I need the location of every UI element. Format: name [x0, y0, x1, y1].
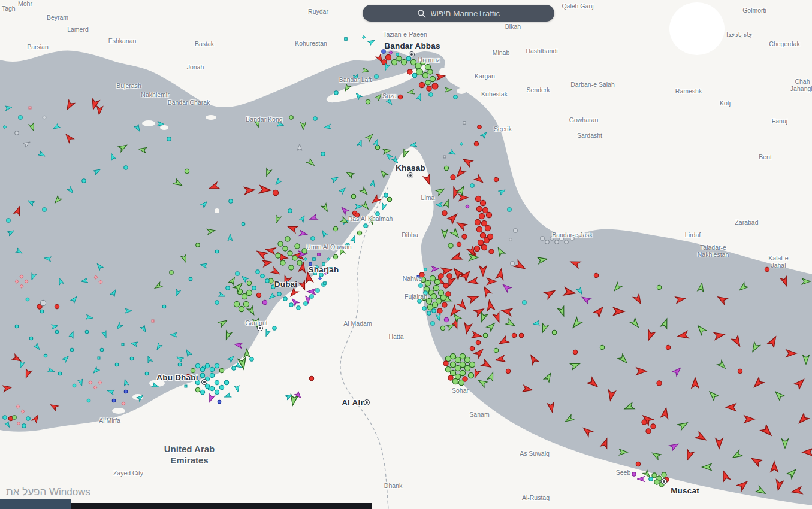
ship-marker-tanker-red[interactable]	[443, 361, 448, 366]
ship-marker-special-cyan[interactable]	[205, 384, 209, 388]
ship-marker-tanker-red[interactable]	[432, 83, 438, 89]
ship-marker-tanker-red[interactable]	[273, 190, 278, 195]
ship-marker-tanker-red[interactable]	[636, 462, 640, 466]
search-bar[interactable]: חיפוש MarineTraffic	[363, 5, 554, 22]
ship-marker-cargo-green[interactable]	[243, 301, 249, 307]
ship-marker-tanker-red[interactable]	[407, 69, 412, 74]
ship-marker-cargo-green[interactable]	[242, 293, 247, 299]
ship-marker-special-cyan[interactable]	[289, 303, 293, 307]
ship-marker-tanker-red[interactable]	[475, 219, 480, 225]
ship-marker-cargo-green[interactable]	[428, 69, 433, 74]
ship-marker-tanker-red[interactable]	[476, 206, 482, 211]
ship-marker-special-cyan[interactable]	[162, 305, 166, 308]
ship-marker-special-cyan[interactable]	[215, 390, 219, 394]
ship-marker-special-cyan[interactable]	[226, 286, 230, 290]
ship-marker-tanker-red[interactable]	[651, 424, 656, 429]
ship-marker-cargo-green[interactable]	[239, 306, 244, 311]
ship-marker-tanker-red[interactable]	[486, 212, 491, 217]
ship-marker-cargo-green[interactable]	[397, 56, 402, 61]
ship-marker-special-cyan[interactable]	[304, 302, 307, 305]
ship-marker-special-cyan[interactable]	[384, 193, 388, 197]
ship-marker-tanker-red[interactable]	[494, 177, 498, 181]
ship-marker-cargo-green[interactable]	[219, 368, 224, 372]
ship-marker-special-cyan[interactable]	[210, 367, 214, 371]
ship-marker-tanker-red[interactable]	[447, 274, 452, 278]
ship-marker-special-cyan[interactable]	[215, 250, 219, 253]
ship-marker-tanker-red[interactable]	[186, 374, 190, 378]
ship-marker-special-cyan[interactable]	[19, 116, 22, 119]
ship-marker-tanker-red[interactable]	[385, 54, 391, 60]
ship-marker-special-cyan[interactable]	[375, 75, 378, 78]
ship-marker-cargo-green[interactable]	[430, 275, 435, 281]
ship-marker-special-cyan[interactable]	[324, 282, 326, 284]
ship-marker-special-cyan[interactable]	[427, 311, 431, 315]
ship-marker-cargo-green[interactable]	[468, 372, 473, 378]
ship-marker-cargo-green[interactable]	[421, 60, 425, 65]
ship-marker-cargo-green[interactable]	[247, 281, 251, 285]
ship-marker-special-cyan[interactable]	[321, 152, 325, 156]
ship-marker-special-cyan[interactable]	[210, 373, 214, 377]
ship-marker-gray[interactable]	[500, 129, 502, 132]
ship-marker-cargo-green[interactable]	[351, 194, 355, 198]
ship-marker-cargo-green[interactable]	[657, 285, 661, 289]
ship-marker-tanker-red[interactable]	[457, 242, 461, 246]
ship-marker-white[interactable]	[560, 237, 563, 240]
ship-marker-cargo-green[interactable]	[283, 246, 288, 251]
taskbar-fragment-left[interactable]	[0, 499, 71, 509]
ship-marker-tanker-red[interactable]	[470, 346, 474, 350]
ship-marker-tanker-red[interactable]	[478, 240, 483, 245]
ship-marker-cargo-green[interactable]	[431, 293, 436, 299]
ship-marker-special-cyan[interactable]	[470, 184, 474, 187]
ship-marker-cargo-green[interactable]	[302, 249, 307, 253]
ship-marker-tanker-red[interactable]	[738, 369, 742, 373]
ship-marker-cargo-green[interactable]	[552, 330, 556, 334]
ship-marker-cargo-green[interactable]	[494, 348, 498, 352]
ship-marker-tanker-red[interactable]	[448, 375, 453, 380]
ship-marker-tanker-red[interactable]	[451, 175, 455, 180]
ship-marker-tanker-red[interactable]	[443, 283, 448, 288]
ship-marker-tanker-red[interactable]	[487, 234, 493, 239]
ship-marker-gray[interactable]	[463, 122, 466, 124]
ship-marker-cargo-green[interactable]	[401, 59, 406, 65]
ship-marker-pink[interactable]	[29, 107, 31, 109]
ship-marker-special-cyan[interactable]	[70, 348, 74, 352]
ship-marker-cargo-green[interactable]	[434, 279, 440, 284]
ship-marker-special-cyan[interactable]	[100, 348, 104, 352]
ship-marker-cargo-green[interactable]	[391, 59, 397, 65]
ship-marker-tanker-red[interactable]	[446, 292, 451, 296]
ship-marker-cargo-green[interactable]	[357, 231, 361, 235]
ship-marker-special-cyan[interactable]	[73, 384, 76, 387]
ship-marker-special-cyan[interactable]	[297, 306, 300, 310]
ship-marker-special-cyan[interactable]	[406, 56, 410, 60]
ship-marker-cargo-green[interactable]	[464, 357, 470, 362]
ship-marker-special-cyan[interactable]	[215, 363, 219, 368]
ship-marker-cargo-green[interactable]	[170, 271, 173, 274]
ship-marker-cargo-green[interactable]	[450, 353, 455, 359]
ship-marker-blue[interactable]	[218, 400, 221, 404]
ship-marker-cargo-green[interactable]	[292, 256, 297, 260]
ship-marker-special-cyan[interactable]	[424, 291, 427, 295]
ship-marker-cargo-green[interactable]	[234, 301, 239, 307]
ship-marker-special-cyan[interactable]	[288, 209, 292, 213]
ship-marker-tanker-red[interactable]	[476, 226, 482, 232]
ship-marker-special-cyan[interactable]	[58, 372, 62, 375]
ship-marker-cargo-green[interactable]	[415, 63, 421, 69]
ship-marker-tanker-red[interactable]	[506, 369, 510, 373]
ship-marker-special-cyan[interactable]	[219, 385, 224, 389]
ship-marker-special-cyan[interactable]	[261, 274, 264, 278]
ship-marker-special-cyan[interactable]	[322, 263, 325, 265]
ship-marker-special-cyan[interactable]	[330, 268, 332, 270]
ship-marker-special-cyan[interactable]	[334, 91, 338, 95]
ship-marker-special-cyan[interactable]	[205, 363, 209, 368]
ship-marker-cargo-green[interactable]	[452, 378, 458, 384]
ship-marker-special-cyan[interactable]	[310, 295, 313, 298]
ship-marker-special-cyan[interactable]	[195, 380, 200, 384]
ship-marker-blue[interactable]	[112, 399, 116, 402]
ship-marker-special-cyan[interactable]	[44, 354, 47, 357]
ship-marker-special-cyan[interactable]	[215, 380, 219, 384]
ship-marker-cargo-green[interactable]	[433, 285, 439, 290]
ship-marker-cargo-green[interactable]	[191, 368, 195, 372]
ship-marker-special-cyan[interactable]	[167, 137, 171, 141]
ship-marker-special-cyan[interactable]	[122, 343, 124, 346]
ship-marker-gray[interactable]	[565, 240, 568, 244]
